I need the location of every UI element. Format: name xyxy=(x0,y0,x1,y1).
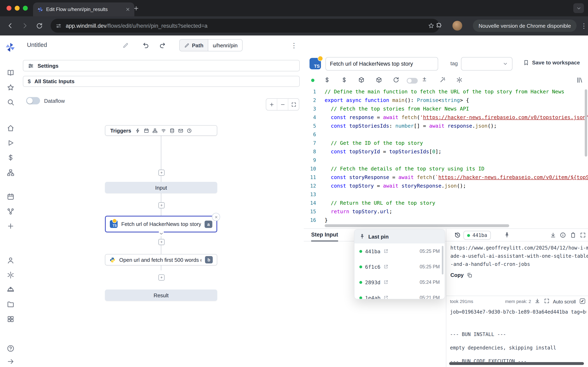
package-icon[interactable] xyxy=(376,77,382,83)
rail-search-icon[interactable] xyxy=(7,98,14,106)
rail-variables-icon[interactable] xyxy=(7,154,14,161)
dataflow-toggle[interactable] xyxy=(26,97,40,104)
editor-mini-toggle[interactable] xyxy=(407,78,418,83)
ai-assistant-icon[interactable] xyxy=(439,77,446,83)
postgres-trigger-icon[interactable] xyxy=(170,128,175,133)
rail-home-icon[interactable] xyxy=(7,124,14,132)
rail-collapse-icon[interactable] xyxy=(7,358,14,365)
step-b-node[interactable]: Open url and fetch first 500 words of ..… xyxy=(105,254,217,266)
chrome-update-chip[interactable]: Nouvelle version de Chrome disponible xyxy=(473,20,577,32)
path-value[interactable]: u/henri/pin xyxy=(208,40,242,51)
rail-workers-icon[interactable] xyxy=(7,286,14,294)
http-route-trigger-icon[interactable] xyxy=(153,128,158,133)
expand-logs-icon[interactable] xyxy=(544,298,550,304)
add-step-button[interactable]: + xyxy=(158,202,164,208)
reset-icon[interactable] xyxy=(393,77,399,83)
rail-folders-icon[interactable] xyxy=(7,300,14,308)
variables-icon[interactable] xyxy=(341,77,347,83)
forward-button[interactable] xyxy=(21,22,29,29)
chrome-menu-icon[interactable]: ⋮ xyxy=(581,22,587,30)
rename-pencil-icon[interactable] xyxy=(122,42,129,49)
rail-schedules-icon[interactable] xyxy=(7,193,14,201)
rail-apps-icon[interactable] xyxy=(7,315,14,323)
menu-scrollbar[interactable] xyxy=(442,246,443,275)
add-step-button[interactable]: + xyxy=(158,275,164,281)
rail-runs-icon[interactable] xyxy=(7,139,14,147)
rail-resources-icon[interactable] xyxy=(7,169,14,176)
fit-view-button[interactable] xyxy=(288,99,299,110)
reload-button[interactable] xyxy=(36,22,43,29)
rail-create-icon[interactable] xyxy=(7,222,14,230)
redo-icon[interactable] xyxy=(159,42,166,49)
browser-tab[interactable]: Edit Flow u/henri/pin_results xyxy=(33,2,134,16)
external-link-icon[interactable] xyxy=(383,295,388,299)
external-link-icon[interactable] xyxy=(383,249,388,254)
tab-step-input[interactable]: Step Input xyxy=(311,229,338,242)
triggers-node[interactable]: Triggers xyxy=(105,125,217,136)
resources-icon[interactable] xyxy=(358,77,365,83)
tab-search-button[interactable] xyxy=(573,3,584,13)
library-icon[interactable] xyxy=(577,77,584,83)
logs-scrollbar[interactable] xyxy=(449,362,584,365)
path-button[interactable]: Path xyxy=(180,40,208,51)
flow-name[interactable]: Untitled xyxy=(27,42,47,48)
tab-close-icon[interactable] xyxy=(125,7,130,12)
websocket-trigger-icon[interactable] xyxy=(161,128,166,133)
bookmark-star-icon[interactable] xyxy=(428,22,434,29)
input-node[interactable]: Input xyxy=(105,182,217,193)
avatar[interactable] xyxy=(452,21,462,31)
code-vertical-scrollbar[interactable] xyxy=(585,89,587,157)
step-a-node-selected[interactable]: TS Fetch url of HackerNews top story a xyxy=(105,216,217,233)
pin-icon[interactable] xyxy=(504,232,510,238)
back-button[interactable] xyxy=(7,22,14,29)
pin-menu-item[interactable]: 1e4ab05:21 PM xyxy=(355,290,445,299)
step-title-input[interactable]: Fetch url of HackerNews top story xyxy=(325,57,438,71)
info-icon[interactable] xyxy=(560,232,566,238)
more-options-icon[interactable]: ⋮ xyxy=(291,42,297,49)
site-info-icon[interactable] xyxy=(56,23,62,29)
autoscroll-checkbox[interactable]: ✓ xyxy=(580,299,585,304)
static-inputs-icon[interactable] xyxy=(324,77,330,83)
download-logs-icon[interactable] xyxy=(535,298,540,304)
path-control[interactable]: Path u/henri/pin xyxy=(179,39,242,51)
window-zoom-button[interactable] xyxy=(23,6,28,11)
rail-schemas-icon[interactable] xyxy=(7,208,14,215)
last-pin-item[interactable]: Last pin xyxy=(355,230,445,243)
settings-row[interactable]: Settings xyxy=(23,60,300,71)
code-editor[interactable]: 1// Define the main function to fetch th… xyxy=(304,87,588,228)
rail-account-icon[interactable] xyxy=(7,257,14,264)
schedule-trigger-icon[interactable] xyxy=(144,128,149,133)
rail-favorites-icon[interactable] xyxy=(7,83,14,91)
webhook-trigger-icon[interactable] xyxy=(135,128,141,133)
rail-settings-icon[interactable] xyxy=(7,271,14,279)
external-link-icon[interactable] xyxy=(383,280,388,285)
editor-settings-icon[interactable] xyxy=(456,77,463,83)
email-trigger-icon[interactable] xyxy=(178,128,183,133)
omnibox[interactable]: app.windmill.dev/flows/edit/u/henri/pin_… xyxy=(51,19,439,33)
diff-mode-icon[interactable]: ± xyxy=(423,75,426,83)
pinned-result-chip[interactable]: 441ba xyxy=(463,231,491,240)
add-step-button[interactable]: + xyxy=(158,239,164,245)
rail-docs-icon[interactable] xyxy=(7,69,14,77)
window-minimize-button[interactable] xyxy=(15,6,20,11)
code-horizontal-scrollbar[interactable] xyxy=(325,224,509,227)
copy-button[interactable]: Copy xyxy=(450,272,472,278)
add-step-button[interactable]: + xyxy=(158,170,164,176)
download-result-icon[interactable] xyxy=(550,232,556,238)
zoom-in-button[interactable] xyxy=(266,99,277,110)
pin-menu-item[interactable]: 6f1c605:25 PM xyxy=(355,259,445,275)
result-node[interactable]: Result xyxy=(105,290,217,301)
poll-trigger-icon[interactable] xyxy=(187,128,192,133)
undo-icon[interactable] xyxy=(143,42,149,49)
expand-result-icon[interactable] xyxy=(580,232,586,238)
static-inputs-row[interactable]: $ All Static Inputs xyxy=(23,76,300,87)
zoom-out-button[interactable] xyxy=(277,99,288,110)
collapse-step-icon[interactable] xyxy=(159,231,164,236)
rail-help-icon[interactable] xyxy=(7,345,14,352)
tag-select[interactable] xyxy=(461,57,512,71)
clipboard-icon[interactable] xyxy=(570,232,576,238)
delete-step-button[interactable] xyxy=(212,213,220,221)
extensions-icon[interactable] xyxy=(435,22,442,29)
new-tab-button[interactable] xyxy=(133,5,139,11)
window-close-button[interactable] xyxy=(7,6,11,11)
